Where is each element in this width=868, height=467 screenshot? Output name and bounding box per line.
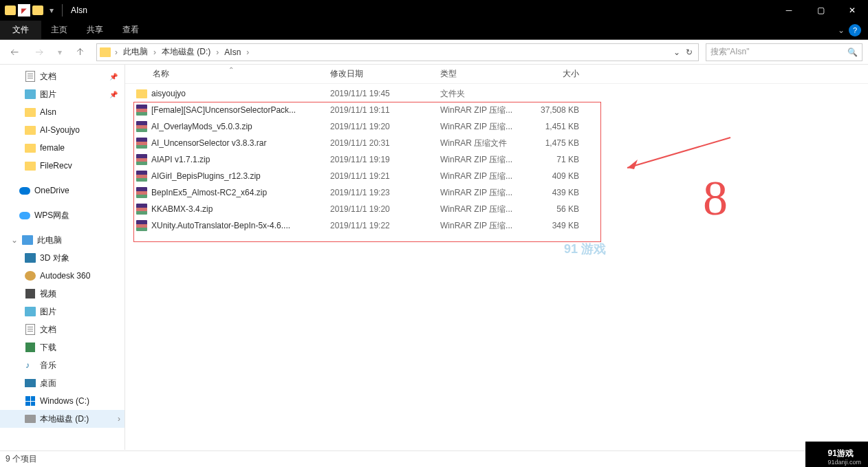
sidebar-item-label: female — [40, 143, 65, 153]
sidebar-pc-item[interactable]: 本地磁盘 (D:)› — [0, 410, 124, 428]
forward-button[interactable]: 🡢 — [30, 43, 48, 61]
sidebar-pc-item[interactable]: 图片 — [0, 303, 124, 321]
sidebar: 文档📌图片📌AIsnAI-SyoujyofemaleFileRecv OneDr… — [0, 65, 125, 450]
file-type: WinRAR 压缩文件 — [435, 138, 531, 149]
sidebar-item-label: AIsn — [40, 107, 56, 117]
sidebar-quick-item[interactable]: AIsn — [0, 103, 124, 121]
archive-icon — [136, 154, 147, 165]
sidebar-quick-item[interactable]: AI-Syoujyo — [0, 121, 124, 139]
sidebar-pc-item[interactable]: Windows (C:) — [0, 392, 124, 410]
chevron-right-icon[interactable]: › — [152, 47, 158, 57]
address-bar[interactable]: › 此电脑 › 本地磁盘 (D:) › AIsn › ⌄ ↻ — [96, 43, 699, 61]
file-row[interactable]: BepInEx5_Almost-RC2_x64.zip2019/11/1 19:… — [125, 184, 868, 201]
svg-marker-1 — [627, 160, 638, 169]
sidebar-pc-item[interactable]: Autodesk 360 — [0, 267, 124, 285]
file-size: 1,451 KB — [531, 122, 586, 131]
sidebar-item-label: 本地磁盘 (D:) — [40, 413, 89, 425]
sidebar-pc-item[interactable]: 3D 对象 — [0, 249, 124, 267]
chevron-right-icon[interactable]: › — [113, 47, 119, 57]
sidebar-item-label: 文档 — [40, 324, 56, 336]
maximize-button[interactable]: ▢ — [805, 0, 836, 21]
watermark-logo: 91游戏 91danji.com — [805, 442, 868, 467]
up-button[interactable]: 🡡 — [72, 43, 89, 61]
minimize-button[interactable]: ─ — [773, 0, 805, 21]
folder-icon — [100, 47, 111, 57]
breadcrumb-thispc[interactable]: 此电脑 — [122, 46, 149, 58]
sidebar-quick-item[interactable]: female — [0, 139, 124, 157]
quick-icon-1[interactable]: ◤ — [18, 4, 30, 17]
sidebar-pc-item[interactable]: ♪音乐 — [0, 356, 124, 374]
file-type: WinRAR ZIP 压缩... — [435, 204, 531, 215]
sidebar-item-label: 下载 — [40, 342, 56, 354]
chevron-right-icon[interactable]: › — [215, 47, 220, 57]
refresh-icon[interactable]: ↻ — [686, 47, 693, 57]
search-icon[interactable]: 🔍 — [847, 47, 858, 57]
pic-icon — [25, 89, 36, 100]
col-type[interactable]: 类型 — [435, 68, 531, 80]
breadcrumb-folder[interactable]: AIsn — [223, 47, 242, 57]
file-type: WinRAR ZIP 压缩... — [435, 171, 531, 182]
file-date: 2019/11/1 19:23 — [325, 188, 435, 197]
close-button[interactable]: ✕ — [836, 0, 868, 21]
system-icon — [4, 4, 17, 17]
file-date: 2019/11/1 19:11 — [325, 105, 435, 115]
file-size: 37,508 KB — [531, 105, 586, 115]
desk-icon — [25, 378, 36, 389]
chevron-right-icon[interactable]: › — [245, 47, 250, 57]
tab-home[interactable]: 主页 — [41, 21, 77, 39]
sidebar-pc-item[interactable]: 下载 — [0, 338, 124, 356]
ribbon-expand-icon[interactable]: ⌄ — [838, 25, 845, 35]
sidebar-pc-item[interactable]: 文档 — [0, 321, 124, 338]
file-row[interactable]: AI_UncensorSelector v3.8.3.rar2019/11/1 … — [125, 135, 868, 151]
file-row[interactable]: [Female][SAC]UncensorSelectorPack...2019… — [125, 102, 868, 118]
search-placeholder: 搜索"AIsn" — [710, 46, 750, 58]
pin-icon: 📌 — [109, 73, 118, 80]
tab-view[interactable]: 查看 — [113, 21, 149, 39]
address-dropdown-icon[interactable]: ⌄ — [673, 47, 680, 57]
col-name[interactable]: 名称⌃ — [125, 68, 325, 80]
video-icon — [25, 288, 36, 299]
doc-icon — [25, 71, 36, 82]
breadcrumb-drive[interactable]: 本地磁盘 (D:) — [160, 46, 212, 58]
drive-icon — [25, 413, 36, 424]
back-button[interactable]: 🡠 — [6, 43, 23, 61]
sidebar-pc-item[interactable]: 视频 — [0, 285, 124, 303]
down-icon — [25, 342, 36, 353]
file-row[interactable]: AI_OverlayMods_v5.0.3.zip2019/11/1 19:20… — [125, 118, 868, 135]
sidebar-item-label: FileRecv — [40, 161, 72, 171]
tab-share[interactable]: 共享 — [77, 21, 113, 39]
window-title: AIsn — [71, 6, 87, 15]
col-size[interactable]: 大小 — [531, 68, 586, 80]
sidebar-wps[interactable]: WPS网盘 — [0, 206, 124, 224]
sidebar-item-label: 文档 — [40, 71, 56, 83]
sidebar-item-label: AI-Syoujyo — [40, 125, 80, 135]
search-box[interactable]: 搜索"AIsn" 🔍 — [706, 43, 862, 61]
sidebar-quick-item[interactable]: FileRecv — [0, 157, 124, 175]
sidebar-onedrive[interactable]: OneDrive — [0, 182, 124, 199]
history-dropdown[interactable]: ▾ — [55, 43, 65, 61]
file-date: 2019/11/1 19:20 — [325, 204, 435, 214]
help-icon[interactable]: ? — [849, 24, 861, 36]
file-row[interactable]: aisyoujyo2019/11/1 19:45文件夹 — [125, 85, 868, 102]
quick-icon-2[interactable] — [32, 4, 44, 17]
file-row[interactable]: AIAPI v1.7.1.zip2019/11/1 19:19WinRAR ZI… — [125, 151, 868, 168]
file-name: AIAPI v1.7.1.zip — [151, 155, 210, 164]
file-row[interactable]: XUnity.AutoTranslator-BepIn-5x-4.6....20… — [125, 217, 868, 234]
file-date: 2019/11/1 19:21 — [325, 171, 435, 181]
sidebar-item-label: 图片 — [40, 89, 56, 100]
ad-icon — [25, 270, 36, 281]
file-row[interactable]: KKABMX-3.4.zip2019/11/1 19:20WinRAR ZIP … — [125, 201, 868, 217]
file-row[interactable]: AIGirl_BepisPlugins_r12.3.zip2019/11/1 1… — [125, 168, 868, 184]
sidebar-item-label: Windows (C:) — [40, 396, 89, 406]
col-date[interactable]: 修改日期 — [325, 68, 435, 80]
file-tab[interactable]: 文件 — [0, 21, 41, 39]
file-name: AIGirl_BepisPlugins_r12.3.zip — [151, 171, 261, 181]
qat-dropdown[interactable]: ▾ — [45, 4, 58, 17]
sidebar-pc-item[interactable]: 桌面 — [0, 374, 124, 392]
sidebar-quick-item[interactable]: 文档📌 — [0, 67, 124, 85]
file-size: 409 KB — [531, 171, 586, 181]
archive-icon — [136, 187, 147, 198]
sidebar-quick-item[interactable]: 图片📌 — [0, 85, 124, 103]
sidebar-thispc[interactable]: ⌄此电脑 — [0, 231, 124, 249]
doc-icon — [25, 324, 36, 335]
